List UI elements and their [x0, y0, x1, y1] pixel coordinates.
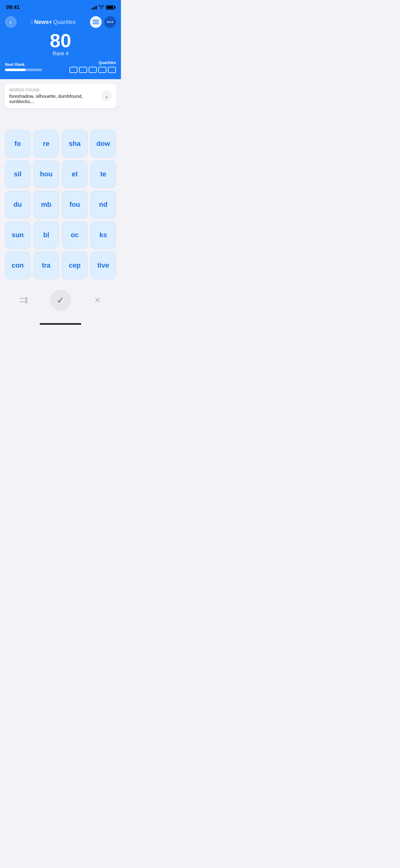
svg-point-4 [109, 22, 111, 23]
quartiles-app-label: Quartiles [53, 19, 76, 26]
tile-tive[interactable]: tive [91, 252, 116, 279]
quartile-boxes [69, 67, 116, 73]
status-icons [91, 5, 115, 10]
tile-hou[interactable]: hou [33, 160, 59, 188]
apple-logo:  [31, 19, 33, 25]
quartile-box-3 [89, 67, 97, 73]
words-list: foreshadow, silhouette, dumbfound, sunbl… [9, 93, 98, 104]
back-chevron-icon: ‹ [10, 19, 11, 26]
checkmark-icon: ✓ [57, 295, 64, 306]
home-bar [40, 323, 81, 325]
status-time: 09:41 [6, 4, 20, 10]
tile-fo[interactable]: fo [5, 130, 30, 157]
progress-bar [5, 69, 42, 71]
tile-sha[interactable]: sha [62, 130, 88, 157]
bottom-controls: ✓ ✕ [0, 286, 121, 320]
tile-et[interactable]: et [62, 160, 88, 188]
tile-re[interactable]: re [33, 130, 59, 157]
header: ‹  News+ Quartiles [0, 13, 121, 79]
tile-oc[interactable]: oc [62, 221, 88, 249]
submit-button[interactable]: ✓ [50, 290, 71, 311]
status-bar: 09:41 [0, 0, 121, 13]
header-nav: ‹  News+ Quartiles [5, 16, 116, 28]
progress-fill [5, 69, 26, 71]
tile-con[interactable]: con [5, 252, 30, 279]
next-rank-label: Next Rank [5, 62, 42, 67]
tile-tra[interactable]: tra [33, 252, 59, 279]
app-title:  News+ Quartiles [31, 19, 76, 26]
tile-grid: foreshadowsilhouettedumbfoundsunblocksco… [5, 130, 116, 279]
clear-icon: ✕ [94, 296, 100, 305]
battery-icon [106, 5, 115, 10]
signal-icon [91, 5, 97, 10]
quartile-box-5 [108, 67, 116, 73]
svg-rect-1 [93, 22, 99, 23]
shuffle-button[interactable] [15, 291, 32, 309]
game-area: foreshadowsilhouettedumbfoundsunblocksco… [0, 108, 121, 279]
svg-rect-0 [93, 20, 99, 21]
svg-rect-2 [93, 23, 99, 24]
tile-te[interactable]: te [91, 160, 116, 188]
tile-nd[interactable]: nd [91, 191, 116, 218]
menu-button[interactable] [90, 16, 102, 28]
rank-display: Rank 4 [50, 51, 71, 57]
quartiles-indicator: Quartiles [69, 60, 116, 73]
svg-point-5 [112, 22, 113, 23]
header-actions [90, 16, 116, 28]
tile-mb[interactable]: mb [33, 191, 59, 218]
tile-sil[interactable]: sil [5, 160, 30, 188]
quartiles-label: Quartiles [99, 60, 116, 65]
wifi-icon [99, 5, 104, 10]
rank-progress: Next Rank [5, 62, 42, 71]
tile-cep[interactable]: cep [62, 252, 88, 279]
quartile-box-1 [69, 67, 77, 73]
more-button[interactable] [104, 16, 116, 28]
words-found-card: WORDS FOUND foreshadow, silhouette, dumb… [4, 84, 116, 108]
quartile-box-2 [79, 67, 87, 73]
svg-point-3 [107, 22, 108, 23]
tile-bl[interactable]: bl [33, 221, 59, 249]
tile-ks[interactable]: ks [91, 221, 116, 249]
words-found-label: WORDS FOUND [9, 88, 98, 92]
clear-button[interactable]: ✕ [89, 291, 106, 309]
score-section: 80 Rank 4 [50, 31, 71, 57]
tile-sun[interactable]: sun [5, 221, 30, 249]
news-plus-label: News+ [34, 19, 52, 26]
score-display: 80 [50, 31, 71, 50]
back-button[interactable]: ‹ [5, 16, 17, 28]
chevron-down-icon: ⌄ [104, 93, 108, 99]
tile-fou[interactable]: fou [62, 191, 88, 218]
rank-bar-section: Next Rank Quartiles [5, 60, 116, 73]
home-indicator [0, 320, 121, 327]
words-content: WORDS FOUND foreshadow, silhouette, dumb… [9, 88, 98, 104]
tile-dow[interactable]: dow [91, 130, 116, 157]
quartile-box-4 [98, 67, 106, 73]
tile-du[interactable]: du [5, 191, 30, 218]
expand-words-button[interactable]: ⌄ [101, 91, 112, 101]
